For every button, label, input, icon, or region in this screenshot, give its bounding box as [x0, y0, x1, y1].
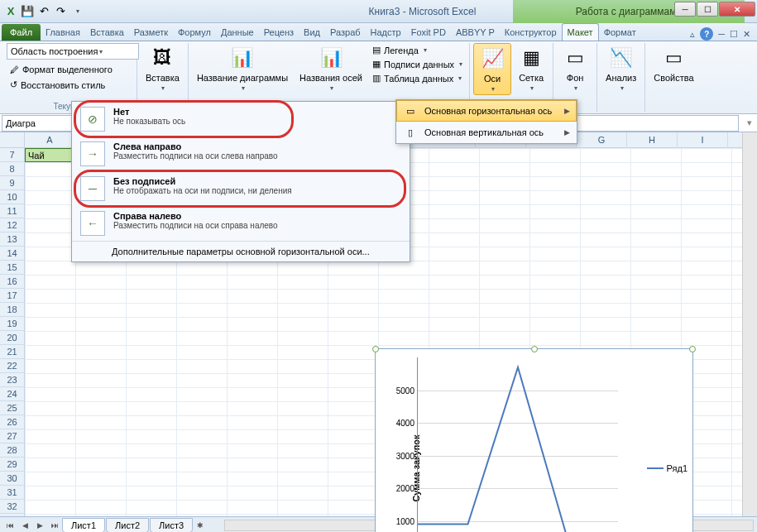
excel-icon[interactable]: X	[3, 4, 18, 19]
cell-a7[interactable]: Чай	[25, 148, 75, 162]
new-sheet-button[interactable]: ✱	[194, 519, 207, 532]
row-header[interactable]: 23	[0, 373, 24, 387]
primary-vertical-axis-item[interactable]: ▯ Основная вертикальная ось ▶	[396, 122, 577, 143]
ribbon-min-icon[interactable]: ▵	[690, 29, 695, 40]
row-header[interactable]: 15	[0, 261, 24, 275]
row-header[interactable]: 18	[0, 303, 24, 317]
sheet-nav-first[interactable]: ⏮	[3, 519, 17, 532]
row-header[interactable]: 21	[0, 345, 24, 359]
row-header[interactable]: 31	[0, 486, 24, 500]
chart-legend[interactable]: Ряд1	[647, 463, 688, 473]
properties-button[interactable]: ▭ Свойства	[649, 43, 698, 84]
sheet-tab-2[interactable]: Лист2	[106, 518, 149, 533]
chart-handle[interactable]	[689, 346, 696, 352]
row-header[interactable]: 30	[0, 472, 24, 486]
qat-customize-icon[interactable]	[69, 4, 84, 19]
tab-abbyy[interactable]: ABBYY P	[451, 24, 500, 41]
row-header[interactable]: 22	[0, 359, 24, 373]
chart-title-button[interactable]: 📊 Название диаграммы	[192, 43, 293, 93]
tab-home[interactable]: Главная	[41, 24, 85, 41]
analysis-button[interactable]: 📉 Анализ	[601, 43, 641, 93]
vertical-scrollbar[interactable]	[742, 132, 757, 516]
row-header[interactable]: 17	[0, 289, 24, 303]
chart-object[interactable]: Сумма закупок Продукты питания 010002000…	[375, 348, 693, 532]
primary-horizontal-axis-item[interactable]: ▭ Основная горизонтальная ось ▶	[396, 100, 577, 122]
col-header[interactable]: G	[577, 132, 627, 148]
doc-restore-icon[interactable]: ☐	[730, 29, 738, 40]
data-labels-button[interactable]: ▦Подписи данных	[369, 57, 466, 71]
sheet-nav-last[interactable]: ⏭	[48, 519, 61, 532]
help-icon[interactable]: ?	[700, 27, 713, 41]
axes-button[interactable]: 📈 Оси	[473, 43, 511, 95]
axis-option-ltr[interactable]: → Слева направо Разместить подписи на ос…	[72, 137, 410, 171]
row-header[interactable]: 29	[0, 458, 24, 472]
tab-layout-chart[interactable]: Макет	[562, 23, 599, 41]
sheet-nav-prev[interactable]: ◀	[18, 519, 31, 532]
axis-more-options[interactable]: Дополнительные параметры основной горизо…	[72, 241, 410, 261]
row-header[interactable]: 8	[0, 162, 24, 176]
chart-handle[interactable]	[372, 346, 379, 352]
background-button[interactable]: ▭ Фон	[557, 43, 593, 93]
redo-icon[interactable]: ↷	[53, 4, 68, 19]
format-selection-button[interactable]: 🖉Формат выделенного	[7, 63, 133, 76]
axis-option-rtl[interactable]: ← Справа налево Разместить подписи на ос…	[72, 206, 410, 241]
tab-developer[interactable]: Разраб	[325, 24, 366, 41]
expand-formula-icon[interactable]: ▾	[742, 117, 757, 128]
row-header[interactable]: 13	[0, 232, 24, 247]
row-header[interactable]: 14	[0, 247, 24, 261]
row-header[interactable]: 9	[0, 176, 24, 190]
doc-close-icon[interactable]: ✕	[743, 29, 750, 40]
reset-style-button[interactable]: ↺Восстановить стиль	[7, 78, 133, 92]
tab-view[interactable]: Вид	[299, 24, 325, 41]
row-header[interactable]: 32	[0, 500, 24, 514]
close-button[interactable]: ✕	[719, 2, 755, 17]
chart-plot-area[interactable]: 010002000300040005000	[417, 357, 618, 532]
row-header[interactable]: 28	[0, 443, 24, 458]
undo-icon[interactable]: ↶	[36, 4, 51, 19]
row-header[interactable]: 26	[0, 415, 24, 429]
chart-handle[interactable]	[531, 346, 538, 352]
legend-button[interactable]: ▤Легенда	[369, 43, 466, 57]
name-box[interactable]: Диагра	[2, 115, 73, 132]
tab-design[interactable]: Конструктор	[500, 24, 562, 41]
data-table-button[interactable]: ▥Таблица данных	[369, 71, 466, 85]
row-header[interactable]: 12	[0, 218, 24, 232]
gridlines-button[interactable]: ▦ Сетка	[513, 43, 549, 93]
file-tab[interactable]: Файл	[2, 24, 41, 41]
tab-format[interactable]: Формат	[599, 24, 641, 41]
insert-button[interactable]: 🖼 Вставка	[141, 43, 184, 93]
chart-element-combo[interactable]: Область построения	[7, 43, 139, 60]
maximize-button[interactable]: ☐	[697, 2, 718, 17]
sheet-nav-next[interactable]: ▶	[33, 519, 46, 532]
tab-data[interactable]: Данные	[216, 24, 259, 41]
chart-line-series[interactable]	[418, 357, 618, 532]
submenu-arrow-icon: ▶	[564, 107, 570, 115]
col-header[interactable]: H	[627, 132, 678, 148]
save-icon[interactable]: 💾	[20, 4, 35, 19]
axis-option-no-labels[interactable]: ─ Без подписей Не отображать на оси ни п…	[72, 171, 410, 206]
sheet-tab-3[interactable]: Лист3	[150, 518, 193, 533]
row-header[interactable]: 7	[0, 148, 24, 162]
tab-addins[interactable]: Надстр	[366, 24, 406, 41]
row-header[interactable]: 24	[0, 387, 24, 401]
tab-insert[interactable]: Вставка	[85, 24, 129, 41]
tab-formulas[interactable]: Формул	[173, 24, 216, 41]
tab-foxit[interactable]: Foxit PD	[406, 24, 451, 41]
row-header[interactable]: 27	[0, 429, 24, 443]
row-header[interactable]: 19	[0, 317, 24, 331]
tab-layout[interactable]: Разметк	[129, 24, 173, 41]
axis-option-none[interactable]: ⊘ Нет Не показывать ось	[72, 102, 410, 137]
sheet-tab-1[interactable]: Лист1	[62, 518, 105, 533]
minimize-button[interactable]: ─	[674, 2, 696, 17]
select-all-corner[interactable]	[0, 132, 25, 148]
row-header[interactable]: 16	[0, 275, 24, 289]
row-header[interactable]: 11	[0, 204, 24, 218]
row-header[interactable]: 20	[0, 331, 24, 345]
doc-minimize-icon[interactable]: ─	[718, 29, 725, 39]
col-header[interactable]: I	[678, 132, 728, 148]
axis-titles-button[interactable]: 📊 Названия осей	[295, 43, 367, 93]
tab-review[interactable]: Реценз	[259, 24, 299, 41]
row-header[interactable]: 10	[0, 190, 24, 204]
col-header[interactable]: A	[25, 132, 75, 148]
row-header[interactable]: 25	[0, 401, 24, 415]
